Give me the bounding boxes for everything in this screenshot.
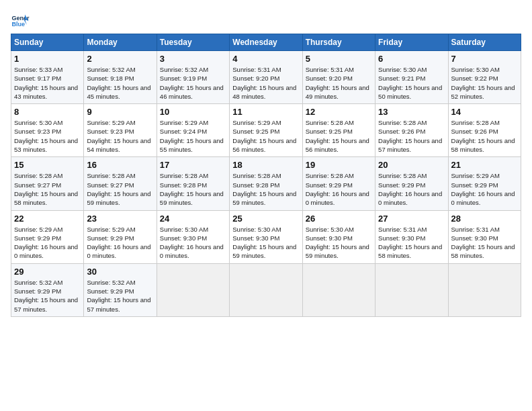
day-number: 8 [14, 107, 81, 117]
day-number: 24 [160, 214, 226, 224]
day-info: Sunrise: 5:28 AM Sunset: 9:28 PM Dayligh… [160, 171, 226, 207]
calendar-day-cell: 27Sunrise: 5:31 AM Sunset: 9:30 PM Dayli… [375, 210, 448, 263]
weekday-header-row: SundayMondayTuesdayWednesdayThursdayFrid… [11, 34, 521, 51]
calendar-day-cell: 28Sunrise: 5:31 AM Sunset: 9:30 PM Dayli… [448, 210, 521, 263]
calendar-week-row: 8Sunrise: 5:30 AM Sunset: 9:23 PM Daylig… [11, 104, 521, 157]
day-info: Sunrise: 5:30 AM Sunset: 9:30 PM Dayligh… [232, 225, 299, 261]
day-info: Sunrise: 5:28 AM Sunset: 9:29 PM Dayligh… [306, 171, 372, 207]
day-info: Sunrise: 5:28 AM Sunset: 9:25 PM Dayligh… [306, 118, 372, 154]
weekday-header-wednesday: Wednesday [230, 34, 302, 51]
day-info: Sunrise: 5:33 AM Sunset: 9:17 PM Dayligh… [14, 65, 81, 101]
day-info: Sunrise: 5:32 AM Sunset: 9:18 PM Dayligh… [87, 65, 153, 101]
calendar-day-cell [375, 263, 448, 316]
day-number: 2 [87, 54, 153, 64]
calendar-day-cell: 12Sunrise: 5:28 AM Sunset: 9:25 PM Dayli… [302, 104, 375, 157]
calendar-day-cell [448, 263, 521, 316]
day-info: Sunrise: 5:30 AM Sunset: 9:30 PM Dayligh… [306, 225, 372, 261]
day-number: 21 [451, 160, 518, 170]
day-info: Sunrise: 5:29 AM Sunset: 9:25 PM Dayligh… [232, 118, 299, 154]
day-info: Sunrise: 5:28 AM Sunset: 9:27 PM Dayligh… [87, 171, 153, 207]
calendar-day-cell: 18Sunrise: 5:28 AM Sunset: 9:28 PM Dayli… [230, 157, 302, 210]
day-info: Sunrise: 5:32 AM Sunset: 9:29 PM Dayligh… [14, 278, 81, 314]
day-number: 23 [87, 214, 153, 224]
day-info: Sunrise: 5:29 AM Sunset: 9:29 PM Dayligh… [87, 225, 153, 261]
day-info: Sunrise: 5:31 AM Sunset: 9:20 PM Dayligh… [306, 65, 372, 101]
logo-icon: General Blue [11, 11, 30, 30]
calendar-day-cell: 25Sunrise: 5:30 AM Sunset: 9:30 PM Dayli… [230, 210, 302, 263]
day-number: 22 [14, 214, 81, 224]
day-info: Sunrise: 5:28 AM Sunset: 9:27 PM Dayligh… [14, 171, 81, 207]
day-number: 27 [378, 214, 445, 224]
day-number: 16 [87, 160, 153, 170]
day-info: Sunrise: 5:29 AM Sunset: 9:23 PM Dayligh… [87, 118, 153, 154]
weekday-header-monday: Monday [84, 34, 157, 51]
calendar-day-cell: 17Sunrise: 5:28 AM Sunset: 9:28 PM Dayli… [157, 157, 229, 210]
day-number: 19 [306, 160, 372, 170]
day-info: Sunrise: 5:31 AM Sunset: 9:30 PM Dayligh… [378, 225, 445, 261]
calendar-day-cell: 21Sunrise: 5:29 AM Sunset: 9:29 PM Dayli… [448, 157, 521, 210]
weekday-header-saturday: Saturday [448, 34, 521, 51]
weekday-header-friday: Friday [375, 34, 448, 51]
logo: General Blue [11, 11, 30, 30]
day-number: 11 [232, 107, 299, 117]
calendar-day-cell: 13Sunrise: 5:28 AM Sunset: 9:26 PM Dayli… [375, 104, 448, 157]
calendar-day-cell: 7Sunrise: 5:30 AM Sunset: 9:22 PM Daylig… [448, 51, 521, 104]
calendar-day-cell: 2Sunrise: 5:32 AM Sunset: 9:18 PM Daylig… [84, 51, 157, 104]
calendar-day-cell: 19Sunrise: 5:28 AM Sunset: 9:29 PM Dayli… [302, 157, 375, 210]
calendar-day-cell: 3Sunrise: 5:32 AM Sunset: 9:19 PM Daylig… [157, 51, 229, 104]
day-info: Sunrise: 5:29 AM Sunset: 9:29 PM Dayligh… [451, 171, 518, 207]
day-number: 17 [160, 160, 226, 170]
calendar-day-cell: 24Sunrise: 5:30 AM Sunset: 9:30 PM Dayli… [157, 210, 229, 263]
day-number: 15 [14, 160, 81, 170]
day-info: Sunrise: 5:28 AM Sunset: 9:26 PM Dayligh… [451, 118, 518, 154]
day-info: Sunrise: 5:28 AM Sunset: 9:29 PM Dayligh… [378, 171, 445, 207]
day-number: 28 [451, 214, 518, 224]
day-number: 18 [232, 160, 299, 170]
day-info: Sunrise: 5:31 AM Sunset: 9:30 PM Dayligh… [451, 225, 518, 261]
calendar-day-cell: 10Sunrise: 5:29 AM Sunset: 9:24 PM Dayli… [157, 104, 229, 157]
day-info: Sunrise: 5:32 AM Sunset: 9:29 PM Dayligh… [87, 278, 153, 314]
calendar-week-row: 29Sunrise: 5:32 AM Sunset: 9:29 PM Dayli… [11, 263, 521, 316]
calendar-day-cell: 29Sunrise: 5:32 AM Sunset: 9:29 PM Dayli… [11, 263, 84, 316]
day-number: 14 [451, 107, 518, 117]
header: General Blue [11, 11, 521, 30]
day-number: 12 [306, 107, 372, 117]
day-info: Sunrise: 5:29 AM Sunset: 9:29 PM Dayligh… [14, 225, 81, 261]
day-number: 5 [306, 54, 372, 64]
calendar-day-cell [157, 263, 229, 316]
day-number: 26 [306, 214, 372, 224]
calendar-day-cell: 26Sunrise: 5:30 AM Sunset: 9:30 PM Dayli… [302, 210, 375, 263]
day-number: 4 [232, 54, 299, 64]
calendar-day-cell: 14Sunrise: 5:28 AM Sunset: 9:26 PM Dayli… [448, 104, 521, 157]
svg-text:Blue: Blue [11, 21, 25, 28]
day-info: Sunrise: 5:32 AM Sunset: 9:19 PM Dayligh… [160, 65, 226, 101]
calendar-day-cell: 15Sunrise: 5:28 AM Sunset: 9:27 PM Dayli… [11, 157, 84, 210]
calendar-day-cell: 20Sunrise: 5:28 AM Sunset: 9:29 PM Dayli… [375, 157, 448, 210]
calendar-week-row: 1Sunrise: 5:33 AM Sunset: 9:17 PM Daylig… [11, 51, 521, 104]
day-number: 7 [451, 54, 518, 64]
calendar-day-cell: 11Sunrise: 5:29 AM Sunset: 9:25 PM Dayli… [230, 104, 302, 157]
weekday-header-thursday: Thursday [302, 34, 375, 51]
calendar-day-cell [230, 263, 302, 316]
weekday-header-sunday: Sunday [11, 34, 84, 51]
day-number: 29 [14, 267, 81, 277]
calendar-week-row: 22Sunrise: 5:29 AM Sunset: 9:29 PM Dayli… [11, 210, 521, 263]
day-info: Sunrise: 5:31 AM Sunset: 9:20 PM Dayligh… [232, 65, 299, 101]
day-info: Sunrise: 5:30 AM Sunset: 9:21 PM Dayligh… [378, 65, 445, 101]
day-info: Sunrise: 5:30 AM Sunset: 9:23 PM Dayligh… [14, 118, 81, 154]
day-number: 10 [160, 107, 226, 117]
calendar-day-cell: 5Sunrise: 5:31 AM Sunset: 9:20 PM Daylig… [302, 51, 375, 104]
day-number: 6 [378, 54, 445, 64]
calendar-day-cell: 9Sunrise: 5:29 AM Sunset: 9:23 PM Daylig… [84, 104, 157, 157]
day-info: Sunrise: 5:28 AM Sunset: 9:28 PM Dayligh… [232, 171, 299, 207]
day-number: 13 [378, 107, 445, 117]
calendar-day-cell: 8Sunrise: 5:30 AM Sunset: 9:23 PM Daylig… [11, 104, 84, 157]
calendar-day-cell: 23Sunrise: 5:29 AM Sunset: 9:29 PM Dayli… [84, 210, 157, 263]
day-number: 3 [160, 54, 226, 64]
calendar-day-cell [302, 263, 375, 316]
day-info: Sunrise: 5:30 AM Sunset: 9:30 PM Dayligh… [160, 225, 226, 261]
day-number: 20 [378, 160, 445, 170]
day-number: 1 [14, 54, 81, 64]
calendar-day-cell: 16Sunrise: 5:28 AM Sunset: 9:27 PM Dayli… [84, 157, 157, 210]
calendar-day-cell: 1Sunrise: 5:33 AM Sunset: 9:17 PM Daylig… [11, 51, 84, 104]
